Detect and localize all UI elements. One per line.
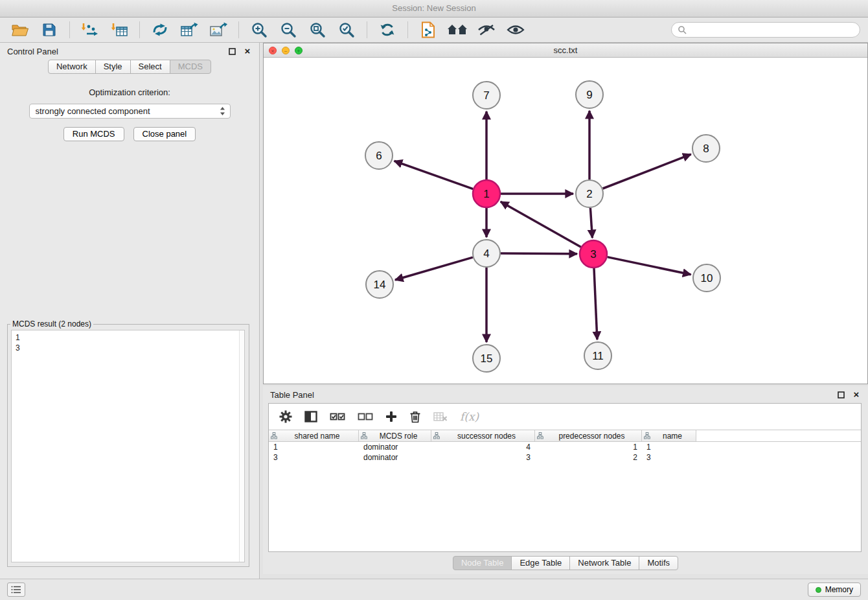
- tab-select[interactable]: Select: [130, 60, 170, 74]
- eye-slash-icon: [477, 23, 496, 36]
- mcds-result-list[interactable]: 1 3: [11, 330, 245, 562]
- result-scrollbar[interactable]: [239, 330, 244, 562]
- graph-edge-1-6[interactable]: [394, 161, 474, 189]
- search-input[interactable]: [691, 25, 854, 34]
- dropdown-stepper-icon: [218, 107, 227, 116]
- close-window-button[interactable]: ×: [269, 47, 277, 54]
- table-cell: 1: [642, 442, 696, 452]
- table-row[interactable]: 3dominator323: [269, 452, 861, 463]
- tab-mcds[interactable]: MCDS: [170, 60, 211, 74]
- zoom-selected-button[interactable]: [334, 19, 359, 41]
- plus-icon: [385, 411, 397, 422]
- table-cell: 3: [269, 452, 359, 463]
- column-header-predecessor-nodes[interactable]: predecessor nodes: [535, 430, 642, 441]
- show-details-button[interactable]: [503, 19, 528, 41]
- import-network-button[interactable]: [78, 19, 102, 41]
- table-cell: 3: [642, 452, 696, 463]
- home-icon: [447, 23, 468, 37]
- export-image-button[interactable]: [206, 19, 231, 41]
- graph-node-label: 9: [586, 89, 592, 101]
- task-history-button[interactable]: [7, 583, 25, 597]
- delete-table-button[interactable]: [433, 411, 448, 422]
- export-table-icon: [180, 22, 198, 38]
- column-header-successor-nodes[interactable]: successor nodes: [431, 430, 535, 441]
- select-all-button[interactable]: [330, 411, 345, 422]
- save-session-button[interactable]: [37, 19, 62, 41]
- minimize-window-button[interactable]: −: [282, 47, 290, 54]
- graph-node-label: 8: [703, 143, 709, 155]
- zoom-out-icon: [280, 21, 297, 38]
- zoom-out-button[interactable]: [276, 19, 301, 41]
- cycle-arrows-icon: [152, 22, 168, 38]
- close-table-panel-icon[interactable]: ×: [852, 390, 861, 399]
- column-header-shared-name[interactable]: shared name: [269, 430, 359, 441]
- table-tab-edge-table[interactable]: Edge Table: [511, 556, 570, 570]
- zoom-fit-icon: [309, 21, 326, 38]
- function-builder-button[interactable]: f(x): [460, 410, 479, 423]
- column-header-label: successor nodes: [440, 432, 532, 441]
- refresh-icon: [379, 21, 396, 38]
- column-header-mcds-role[interactable]: MCDS role: [359, 430, 431, 441]
- table-tab-network-table[interactable]: Network Table: [569, 556, 639, 570]
- table-cell: 1: [269, 442, 359, 452]
- open-file-button[interactable]: [8, 19, 32, 41]
- hide-details-button[interactable]: [474, 19, 499, 41]
- table-row[interactable]: 1dominator411: [269, 442, 861, 452]
- export-image-icon: [209, 22, 227, 38]
- graph-node-label: 11: [592, 350, 604, 362]
- network-canvas[interactable]: 7968124314101511: [264, 58, 867, 384]
- column-header-label: predecessor nodes: [544, 432, 639, 441]
- column-header-name[interactable]: name: [642, 430, 696, 441]
- close-panel-button[interactable]: Close panel: [133, 127, 196, 141]
- table-toolbar: f(x): [269, 404, 861, 430]
- zoom-fit-button[interactable]: [305, 19, 330, 41]
- tab-network[interactable]: Network: [48, 60, 96, 74]
- table-settings-button[interactable]: [279, 410, 292, 423]
- optimization-criterion-label: Optimization criterion:: [0, 87, 259, 97]
- toolbar-separator: [139, 21, 140, 38]
- tab-style[interactable]: Style: [95, 60, 131, 74]
- maximize-window-button[interactable]: +: [295, 47, 303, 54]
- export-table-button[interactable]: [177, 19, 201, 41]
- node-table: f(x) shared nameMCDS rolesuccessor nodes…: [268, 403, 862, 552]
- graph-edge-4-3[interactable]: [501, 253, 577, 254]
- import-table-button[interactable]: [107, 19, 131, 41]
- document-network-button[interactable]: [416, 19, 440, 41]
- network-from-selection-button[interactable]: [148, 19, 172, 41]
- run-mcds-button[interactable]: Run MCDS: [63, 127, 124, 141]
- graph-node-label: 4: [483, 248, 489, 260]
- optimization-criterion-select[interactable]: strongly connected component: [29, 104, 231, 119]
- close-panel-icon[interactable]: ×: [243, 47, 252, 56]
- toolbar-separator: [367, 21, 367, 38]
- delete-column-button[interactable]: [409, 410, 421, 423]
- column-header-label: shared name: [278, 432, 356, 441]
- home-button[interactable]: [445, 19, 470, 41]
- table-body: 1dominator4113dominator323: [269, 442, 861, 463]
- graph-edge-2-8[interactable]: [603, 154, 691, 189]
- dropdown-selected-value: strongly connected component: [36, 106, 218, 116]
- graph-edge-3-11[interactable]: [594, 268, 597, 340]
- import-network-icon: [80, 22, 100, 38]
- graph-edge-3-10[interactable]: [608, 257, 691, 275]
- window-titlebar: Session: New Session: [0, 0, 868, 17]
- float-panel-icon[interactable]: [227, 47, 236, 56]
- refresh-button[interactable]: [375, 19, 400, 41]
- graph-edge-4-14[interactable]: [395, 257, 473, 280]
- table-tab-node-table[interactable]: Node Table: [453, 556, 512, 570]
- table-cell: 1: [535, 442, 642, 452]
- graph-edge-2-3[interactable]: [590, 208, 592, 238]
- network-graph[interactable]: 7968124314101511: [264, 58, 867, 384]
- deselect-all-button[interactable]: [358, 411, 373, 422]
- open-folder-icon: [12, 23, 29, 37]
- graph-edge-3-1[interactable]: [501, 202, 581, 247]
- mcds-result-title: MCDS result (2 nodes): [10, 319, 93, 329]
- zoom-in-button[interactable]: [247, 19, 271, 41]
- add-column-button[interactable]: [385, 411, 397, 422]
- search-box[interactable]: [671, 22, 860, 38]
- table-panel: Table Panel ×: [263, 386, 868, 574]
- memory-button[interactable]: Memory: [808, 583, 861, 597]
- table-tab-motifs[interactable]: Motifs: [639, 556, 678, 570]
- float-table-panel-icon[interactable]: [836, 390, 845, 399]
- show-columns-button[interactable]: [304, 411, 317, 422]
- control-panel-header: Control Panel ×: [0, 43, 259, 60]
